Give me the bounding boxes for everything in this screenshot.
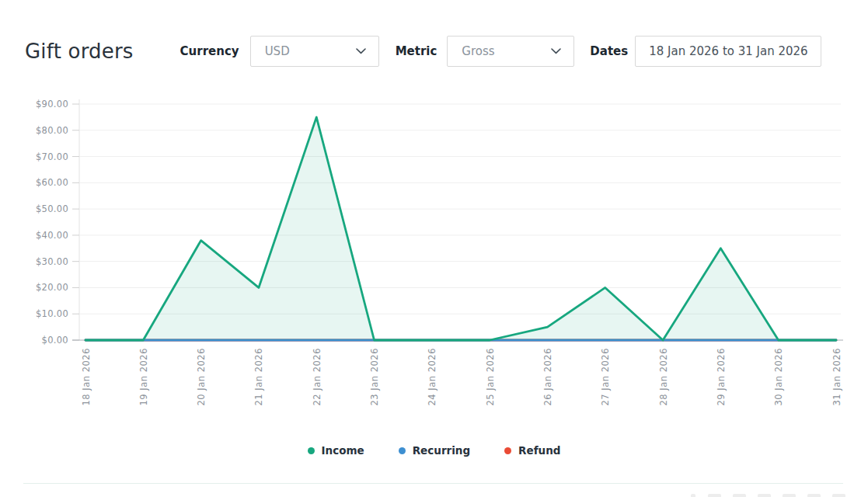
x-tick-label: 28 Jan 2026 bbox=[658, 348, 669, 405]
refund-dot-icon bbox=[504, 447, 511, 454]
x-tick-label: 24 Jan 2026 bbox=[427, 348, 437, 405]
clipped-bottom-element bbox=[733, 494, 746, 497]
chart-area: $0.00$10.00$20.00$30.00$40.00$50.00$60.0… bbox=[0, 85, 868, 431]
y-tick-label: $10.00 bbox=[36, 308, 68, 319]
y-tick-label: $80.00 bbox=[36, 125, 68, 136]
x-tick-label: 18 Jan 2026 bbox=[81, 348, 92, 405]
clipped-bottom-element bbox=[758, 494, 771, 497]
y-tick-label: $90.00 bbox=[36, 99, 68, 109]
income-area bbox=[85, 117, 836, 340]
metric-label: Metric bbox=[396, 44, 437, 58]
y-tick-label: $50.00 bbox=[36, 203, 68, 214]
panel-header: Gift orders Currency USD Metric Gross Da… bbox=[25, 36, 845, 67]
x-tick-label: 31 Jan 2026 bbox=[831, 348, 842, 405]
chart-legend: Income Recurring Refund bbox=[0, 444, 868, 457]
x-tick-label: 19 Jan 2026 bbox=[138, 348, 149, 405]
currency-select-value: USD bbox=[265, 44, 290, 58]
x-tick-label: 23 Jan 2026 bbox=[369, 348, 380, 405]
legend-label-income: Income bbox=[322, 444, 364, 457]
y-tick-label: $0.00 bbox=[42, 335, 68, 346]
page-title: Gift orders bbox=[25, 40, 134, 63]
clipped-bottom-element bbox=[832, 494, 845, 497]
clipped-bottom-element bbox=[783, 494, 796, 497]
legend-label-recurring: Recurring bbox=[413, 444, 470, 457]
clipped-bottom-element bbox=[691, 494, 695, 497]
x-tick-label: 29 Jan 2026 bbox=[716, 348, 727, 405]
recurring-dot-icon bbox=[399, 447, 406, 454]
orders-chart: $0.00$10.00$20.00$30.00$40.00$50.00$60.0… bbox=[0, 85, 868, 431]
x-tick-label: 27 Jan 2026 bbox=[600, 348, 611, 405]
metric-select-value: Gross bbox=[462, 44, 494, 58]
chevron-down-icon bbox=[356, 48, 366, 54]
y-tick-label: $40.00 bbox=[36, 230, 68, 241]
legend-item-recurring[interactable]: Recurring bbox=[399, 444, 470, 457]
metric-select[interactable]: Gross bbox=[447, 36, 574, 67]
x-tick-label: 21 Jan 2026 bbox=[253, 348, 264, 405]
dates-label: Dates bbox=[590, 44, 628, 58]
clipped-bottom-element bbox=[807, 494, 821, 497]
x-tick-label: 25 Jan 2026 bbox=[485, 348, 496, 405]
section-divider bbox=[23, 483, 843, 484]
x-tick-label: 30 Jan 2026 bbox=[773, 348, 784, 405]
dates-input[interactable] bbox=[635, 36, 821, 67]
x-tick-label: 22 Jan 2026 bbox=[312, 348, 322, 405]
y-tick-label: $30.00 bbox=[36, 256, 68, 267]
x-tick-label: 26 Jan 2026 bbox=[542, 348, 553, 405]
x-tick-label: 20 Jan 2026 bbox=[196, 348, 207, 405]
clipped-bottom-element bbox=[708, 494, 721, 497]
legend-label-refund: Refund bbox=[518, 444, 560, 457]
currency-label: Currency bbox=[180, 44, 239, 58]
chevron-down-icon bbox=[551, 48, 561, 54]
legend-item-income[interactable]: Income bbox=[308, 444, 364, 457]
y-tick-label: $20.00 bbox=[36, 282, 68, 293]
gift-orders-panel: Gift orders Currency USD Metric Gross Da… bbox=[0, 0, 868, 497]
y-tick-label: $70.00 bbox=[36, 151, 68, 162]
currency-select[interactable]: USD bbox=[250, 36, 379, 67]
income-dot-icon bbox=[308, 447, 315, 454]
legend-item-refund[interactable]: Refund bbox=[504, 444, 560, 457]
y-tick-label: $60.00 bbox=[36, 177, 68, 188]
